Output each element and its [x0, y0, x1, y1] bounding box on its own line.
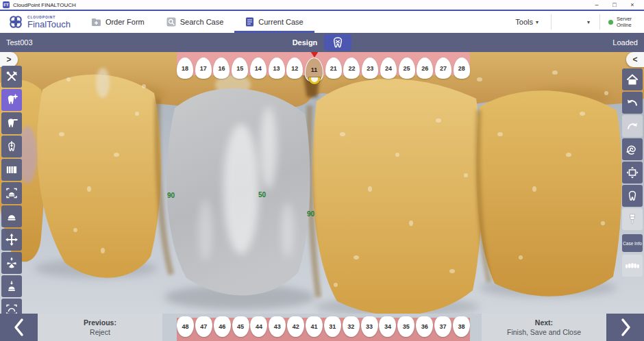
tooth-button-43[interactable]: 43: [269, 316, 286, 337]
home-view-button[interactable]: [622, 68, 643, 90]
tooth-button-34[interactable]: 34: [379, 316, 396, 337]
online-status-dot: [608, 20, 613, 25]
tooth-button-33[interactable]: 33: [361, 316, 378, 337]
tooth-visibility-button[interactable]: [622, 185, 643, 207]
tooth-number: 41: [311, 323, 318, 330]
tooth-button-41[interactable]: 41: [306, 316, 323, 337]
tooth-button-18[interactable]: 18: [177, 58, 193, 79]
tools-repair-button[interactable]: [1, 66, 22, 88]
tooth-button-35[interactable]: 35: [397, 316, 414, 337]
teeth-row-icon: [625, 260, 640, 271]
chevron-left-icon: [12, 317, 26, 338]
tooth-button-13[interactable]: 13: [269, 58, 285, 79]
tooth-button-27[interactable]: 27: [435, 58, 451, 79]
pie-rotate-icon: [5, 257, 18, 269]
tooth-button-38[interactable]: 38: [453, 316, 470, 337]
tooth-button-31[interactable]: 31: [324, 316, 341, 337]
tooth-button-16[interactable]: 16: [213, 58, 230, 79]
design-tooth-button[interactable]: [324, 34, 351, 51]
insertion-axis-button[interactable]: [1, 136, 22, 157]
tooth-button-17[interactable]: 17: [195, 58, 212, 79]
tooth-button-11[interactable]: 11: [305, 58, 323, 82]
close-button[interactable]: ×: [623, 0, 641, 10]
upper-teeth-selector: 18 17 16 15 14 13: [177, 58, 470, 82]
tooth-button-24[interactable]: 24: [380, 58, 397, 79]
tooth-button-26[interactable]: 26: [417, 58, 433, 79]
tooth-button-44[interactable]: 44: [250, 316, 267, 337]
tooth-number: 22: [348, 65, 355, 72]
crown-icon: [5, 210, 18, 223]
previous-nav-button[interactable]: [0, 314, 38, 341]
server-status-label: Server Online: [617, 16, 637, 29]
tab-order-form[interactable]: Order Form: [80, 11, 156, 33]
tooth-button-22[interactable]: 22: [343, 58, 360, 79]
tooth-button-36[interactable]: 36: [416, 316, 433, 337]
tooth-number: 42: [293, 323, 299, 330]
left-panel-expand-button[interactable]: >: [0, 52, 18, 67]
tooth-button-15[interactable]: 15: [232, 58, 248, 79]
redo-button[interactable]: [622, 115, 643, 137]
tooth-number: 18: [182, 65, 188, 72]
layers-button[interactable]: [1, 159, 22, 181]
tooth-button-12[interactable]: 12: [286, 58, 303, 79]
remove-material-button[interactable]: [1, 112, 22, 134]
tooth-button-21[interactable]: 21: [325, 58, 342, 79]
tooth-number: 17: [200, 65, 207, 72]
move-button[interactable]: [1, 229, 22, 251]
tooth-number: 36: [421, 323, 428, 330]
crown-frame-button[interactable]: [1, 182, 22, 204]
tooth-button-23[interactable]: 23: [362, 58, 378, 79]
tooth-number: 25: [404, 65, 410, 72]
3d-viewport[interactable]: 905090: [0, 52, 644, 314]
tooth-number: 15: [236, 65, 243, 72]
crown-bottom-button[interactable]: [1, 205, 22, 227]
previous-title: Previous:: [84, 318, 116, 327]
app-icon: FT: [3, 1, 10, 8]
swirl-icon: [626, 143, 639, 155]
tooth-button-42[interactable]: 42: [287, 316, 304, 337]
tooth-number: 14: [255, 65, 262, 72]
seat-crown-button[interactable]: [1, 275, 22, 297]
tooth-button-47[interactable]: 47: [195, 316, 212, 337]
right-panel-collapse-button[interactable]: <: [626, 52, 644, 67]
tools-dropdown[interactable]: Tools ▾: [503, 18, 551, 26]
tooth-button-32[interactable]: 32: [343, 316, 360, 337]
tooth-number: 23: [367, 65, 373, 72]
tooth-button-25[interactable]: 25: [399, 58, 415, 79]
columns-icon: [5, 164, 18, 176]
maximize-button[interactable]: □: [606, 0, 623, 10]
chevron-right-icon: >: [6, 55, 11, 64]
tooth-outline-icon: [626, 190, 639, 202]
show-scan-swirl-button[interactable]: [622, 138, 643, 160]
tooth-button-46[interactable]: 46: [214, 316, 231, 337]
next-nav-button[interactable]: [606, 314, 644, 341]
tooth-button-37[interactable]: 37: [434, 316, 451, 337]
tab-search-case[interactable]: Search Case: [156, 11, 235, 33]
server-status: Server Online: [600, 16, 644, 29]
document-icon: [245, 17, 254, 27]
app-window: FT CloudPoint FINALTOUCH – □ × CLOUDPOIN…: [0, 0, 644, 341]
rotate-segments-button[interactable]: [1, 252, 22, 274]
tooth-button-28[interactable]: 28: [454, 58, 470, 79]
undo-button[interactable]: [622, 92, 643, 114]
case-info-button[interactable]: Case Info: [622, 234, 643, 252]
next-action-panel[interactable]: Next: Finish, Save and Close: [482, 314, 606, 341]
previous-action-panel[interactable]: Previous: Reject: [38, 314, 162, 341]
tooth-number: 32: [347, 323, 354, 330]
tab-current-case[interactable]: Current Case: [234, 11, 314, 33]
paint-button[interactable]: [622, 208, 643, 230]
stage-label: Design: [293, 38, 318, 47]
paintbrush-icon: [626, 213, 639, 225]
previous-action-label: Reject: [90, 328, 110, 336]
tooth-minus-icon: [5, 117, 18, 129]
add-material-button[interactable]: [1, 89, 22, 111]
smile-view-button[interactable]: [622, 255, 643, 277]
fit-view-button[interactable]: [622, 162, 643, 184]
view-dropdown[interactable]: ▾: [552, 19, 599, 25]
tooth-button-45[interactable]: 45: [232, 316, 249, 337]
tooth-button-14[interactable]: 14: [250, 58, 267, 79]
tooth-number: 27: [440, 65, 447, 72]
arch-scan-button[interactable]: [1, 299, 22, 314]
minimize-button[interactable]: –: [588, 0, 606, 10]
tooth-button-48[interactable]: 48: [177, 316, 194, 337]
